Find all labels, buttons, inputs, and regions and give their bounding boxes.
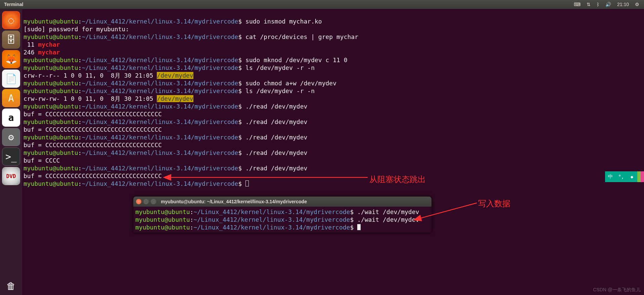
annotation-2: 写入数据 [478, 198, 510, 209]
ime-color-a [637, 171, 641, 182]
titlebar[interactable]: myubuntu@ubuntu: ~/Linux_4412/kernel/lin… [133, 197, 431, 207]
minimize-icon[interactable] [143, 199, 149, 204]
output: buf = CCCCCCCCCCCCCCCCCCCCCCCCCCCCCCCC [24, 141, 162, 149]
ime-color-b [641, 171, 644, 182]
prompt-user: myubuntu@ubuntu [24, 18, 78, 25]
terminal-body[interactable]: myubuntu@ubuntu:~/Linux_4412/kernel/linu… [133, 207, 431, 233]
clock[interactable]: 21:10 [617, 2, 629, 7]
cmd: sudo chmod a+w /dev/mydev [245, 80, 336, 87]
close-icon[interactable] [136, 199, 141, 204]
path-highlight: /dev/mydev [157, 72, 193, 79]
cmd: ./wait /dev/mydev [357, 216, 419, 223]
cmd: ./wait /dev/mydev [357, 208, 419, 215]
files-icon[interactable]: 🗄 [2, 31, 20, 49]
document-icon[interactable]: 📄 [2, 70, 20, 88]
ime-indicator[interactable]: 中 °, ◆ [605, 171, 644, 182]
active-app[interactable]: Terminal [0, 2, 27, 7]
top-panel: Terminal ⌨ ⇅ ᛒ 🔊 21:10 ⚙ [0, 0, 644, 9]
trash-icon[interactable]: 🗑 [2, 277, 20, 295]
annotation-1: 从阻塞状态跳出 [369, 174, 426, 185]
output: [sudo] password for myubuntu: [24, 26, 129, 33]
output: buf = CCCC [24, 157, 60, 164]
dvd-icon[interactable]: DVD [2, 167, 20, 185]
system-tray: ⌨ ⇅ ᛒ 🔊 21:10 ⚙ [574, 2, 644, 7]
cmd: ls /dev/mydev -r -n [245, 87, 315, 94]
bluetooth-icon[interactable]: ᛒ [597, 2, 599, 7]
match: mychar [38, 41, 60, 48]
firefox-icon[interactable]: 🦊 [2, 50, 20, 68]
cmd: ./read /dev/mydev [245, 134, 307, 141]
keyboard-icon[interactable]: ⌨ [574, 2, 581, 7]
ime-punct[interactable]: °, [616, 171, 627, 182]
cursor [357, 224, 361, 230]
cmd: cat /proc/devices | grep mychar [245, 33, 358, 40]
software-center-icon[interactable]: A [2, 89, 20, 107]
ime-mode[interactable]: ◆ [627, 171, 637, 182]
cmd: ls /dev/mydev -r -n [245, 64, 315, 71]
cmd: ./read /dev/mydev [245, 118, 307, 125]
prompt-path: ~/Linux_4412/kernel/linux-3.14/mydriverc… [82, 18, 238, 25]
cmd: ./read /dev/mydev [245, 165, 307, 172]
terminal-icon[interactable]: >_ [2, 148, 20, 166]
output: buf = CCCCCCCCCCCCCCCCCCCCCCCCCCCCCCCC [24, 126, 162, 133]
watermark: CSDN @一条飞的鱼儿 [593, 287, 641, 293]
network-icon[interactable]: ⇅ [587, 2, 591, 7]
path-highlight: /dev/mydev [157, 95, 193, 102]
dash-icon[interactable]: ◌ [2, 11, 20, 29]
cmd: sudo insmod mychar.ko [245, 18, 322, 25]
match: mychar [38, 49, 60, 56]
ime-lang[interactable]: 中 [605, 171, 616, 182]
window-title: myubuntu@ubuntu: ~/Linux_4412/kernel/lin… [161, 199, 307, 204]
output: buf = CCCCCCCCCCCCCCCCCCCCCCCCCCCCCCCC [24, 111, 162, 118]
cmd: ./read /dev/mydev [245, 149, 307, 156]
volume-icon[interactable]: 🔊 [605, 2, 611, 7]
maximize-icon[interactable] [151, 199, 156, 204]
cmd: sudo mknod /dev/mydev c 11 0 [245, 56, 347, 64]
amazon-icon[interactable]: a [2, 109, 20, 127]
gear-icon[interactable]: ⚙ [635, 2, 639, 7]
terminal-second[interactable]: myubuntu@ubuntu: ~/Linux_4412/kernel/lin… [133, 197, 431, 233]
output: buf = CCCCCCCCCCCCCCCCCCCCCCCCCCCCCCCC [24, 172, 162, 179]
cmd: ./read /dev/mydev [245, 103, 307, 110]
terminal-main[interactable]: myubuntu@ubuntu:~/Linux_4412/kernel/linu… [22, 9, 644, 295]
launcher: ◌ 🗄 🦊 📄 A a ⚙ >_ DVD 🗑 [0, 9, 22, 295]
settings-icon[interactable]: ⚙ [2, 128, 20, 146]
cursor [245, 180, 249, 186]
